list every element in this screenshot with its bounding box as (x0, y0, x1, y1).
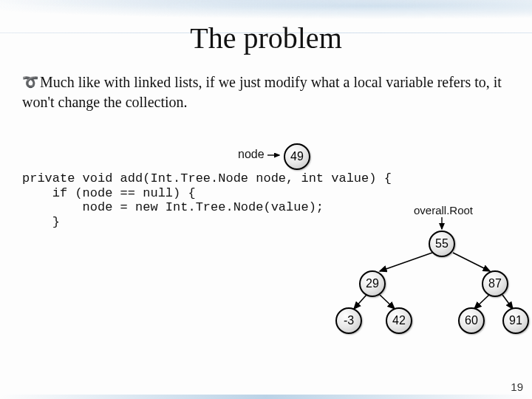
svg-line-4 (380, 253, 432, 271)
slide: The problem ➰Much like with linked lists… (0, 0, 532, 399)
tree-node-left: 29 (359, 270, 386, 297)
body-paragraph: ➰Much like with linked lists, if we just… (22, 72, 510, 112)
bullet-icon: ➰ (22, 73, 38, 91)
svg-line-9 (502, 295, 513, 309)
svg-line-7 (380, 295, 395, 309)
tree-node-lr: 42 (386, 307, 412, 334)
node-variable-label: node (238, 148, 265, 161)
tree-node-root: 55 (429, 231, 455, 257)
tree-node-right: 87 (482, 270, 508, 297)
tree-edges (281, 143, 517, 321)
tree-node-rl: 60 (458, 307, 485, 334)
page-number: 19 (511, 381, 523, 393)
arrow-node-to-49 (267, 151, 281, 158)
svg-line-6 (354, 295, 366, 309)
slide-title: The problem (0, 21, 532, 55)
footer-decoration (0, 395, 532, 399)
tree-diagram: 49 55 29 87 -3 42 60 91 (281, 143, 517, 321)
body-text-content: Much like with linked lists, if we just … (22, 74, 502, 110)
tree-node-ll: -3 (335, 307, 362, 334)
svg-line-5 (453, 253, 490, 271)
tree-node-rr: 91 (502, 307, 529, 334)
tree-node-detached: 49 (284, 143, 310, 170)
svg-line-8 (474, 295, 489, 309)
